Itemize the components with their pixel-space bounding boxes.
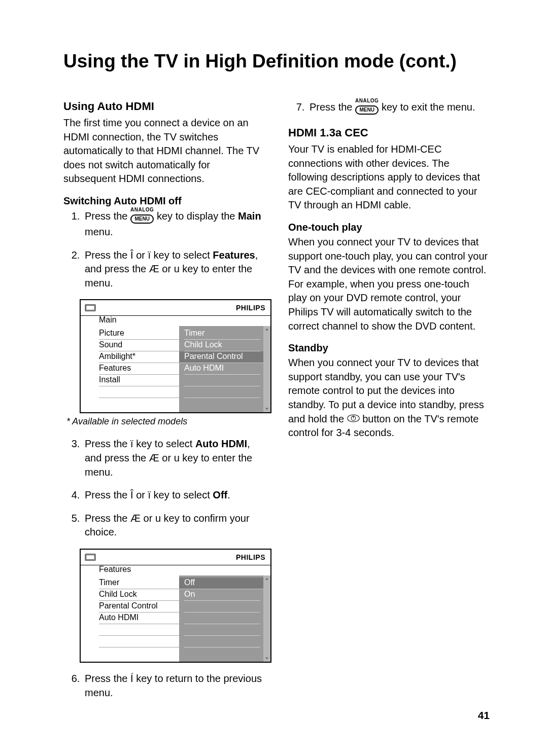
- svg-rect-1: [86, 306, 94, 310]
- list-item: Picture: [99, 328, 179, 340]
- right-column: Press the ANALOG MENU key to exit the me…: [288, 100, 489, 709]
- power-icon: [347, 414, 360, 422]
- heading-using-auto-hdmi: Using Auto HDMI: [63, 100, 264, 113]
- osd-title: Features: [81, 565, 270, 575]
- osd-header: PHILIPS: [81, 300, 270, 316]
- steps-switch-off: Press the ANALOG MENU key to display the…: [63, 209, 264, 290]
- heading-switching-off: Switching Auto HDMI off: [63, 195, 264, 207]
- osd-right-col: Off On: [179, 575, 263, 662]
- list-item: Child Lock: [184, 340, 260, 351]
- step-1: Press the ANALOG MENU key to display the…: [83, 209, 264, 239]
- step-5: Press the Æ or u key to confirm your cho…: [83, 512, 264, 539]
- left-column: Using Auto HDMI The first time you conne…: [63, 100, 264, 709]
- step-3: Press the ï key to select Auto HDMI, and…: [83, 437, 264, 479]
- osd-title: Main: [81, 315, 270, 326]
- page-number: 41: [478, 709, 490, 722]
- menu-key-icon: ANALOG MENU: [355, 98, 379, 115]
- chevron-up-icon: [265, 328, 269, 332]
- step-4: Press the Î or ï key to select Off.: [83, 488, 264, 502]
- list-item: Parental Control: [99, 601, 179, 613]
- chevron-down-icon: [265, 656, 269, 660]
- paragraph-standby: When you connect your TV to devices that…: [288, 356, 489, 440]
- list-item: Features: [99, 363, 179, 375]
- list-item: Timer: [99, 578, 179, 589]
- chevron-up-icon: [265, 577, 269, 581]
- osd-features-menu: PHILIPS Features Timer Child Lock Parent…: [80, 549, 271, 663]
- step-7: Press the ANALOG MENU key to exit the me…: [307, 100, 489, 116]
- footnote: * Available in selected models: [66, 416, 264, 427]
- svg-rect-3: [86, 555, 94, 559]
- list-item: Ambilight*: [99, 351, 179, 363]
- osd-header: PHILIPS: [81, 550, 270, 565]
- list-item: Timer: [184, 328, 260, 340]
- heading-one-touch: One-touch play: [288, 222, 489, 233]
- menu-key-icon: ANALOG MENU: [130, 207, 154, 224]
- page-title: Using the TV in High Definition mode (co…: [63, 51, 492, 72]
- steps-switch-off-cont: Press the ï key to select Auto HDMI, and…: [63, 437, 264, 539]
- list-item: Install: [99, 375, 179, 386]
- paragraph-one-touch: When you connect your TV to devices that…: [288, 235, 489, 333]
- osd-left-col: Picture Sound Ambilight* Features Instal…: [99, 326, 179, 412]
- heading-hdmi-cec: HDMI 1.3a CEC: [288, 126, 489, 139]
- step-6: Press the Í key to return to the previou…: [83, 672, 264, 700]
- list-item: Auto HDMI: [99, 613, 179, 624]
- heading-standby: Standby: [288, 342, 489, 354]
- paragraph-auto-hdmi-intro: The first time you connect a device on a…: [63, 116, 264, 186]
- steps-switch-off-cont2: Press the Í key to return to the previou…: [63, 672, 264, 700]
- osd-scrollbar: [263, 575, 270, 662]
- tv-icon: [85, 303, 96, 312]
- osd-left-col: Timer Child Lock Parental Control Auto H…: [99, 575, 179, 662]
- osd-main-menu: PHILIPS Main Picture Sound Ambilight* Fe…: [80, 299, 271, 413]
- osd-right-col: Timer Child Lock Parental Control Auto H…: [179, 326, 263, 412]
- list-item: Sound: [99, 340, 179, 351]
- chevron-down-icon: [265, 407, 269, 411]
- paragraph-cec: Your TV is enabled for HDMI-CEC connecti…: [288, 142, 489, 212]
- tv-icon: [85, 553, 96, 562]
- list-item: On: [184, 589, 260, 601]
- list-item: Child Lock: [99, 589, 179, 601]
- list-item-selected: Off: [179, 578, 263, 589]
- osd-scrollbar: [263, 326, 270, 412]
- step-2: Press the Î or ï key to select Features,…: [83, 248, 264, 291]
- list-item-selected: Parental Control: [179, 351, 263, 363]
- steps-switch-off-cont3: Press the ANALOG MENU key to exit the me…: [288, 100, 489, 116]
- brand-label: PHILIPS: [236, 553, 265, 561]
- list-item: Auto HDMI: [184, 363, 260, 375]
- brand-label: PHILIPS: [236, 304, 265, 312]
